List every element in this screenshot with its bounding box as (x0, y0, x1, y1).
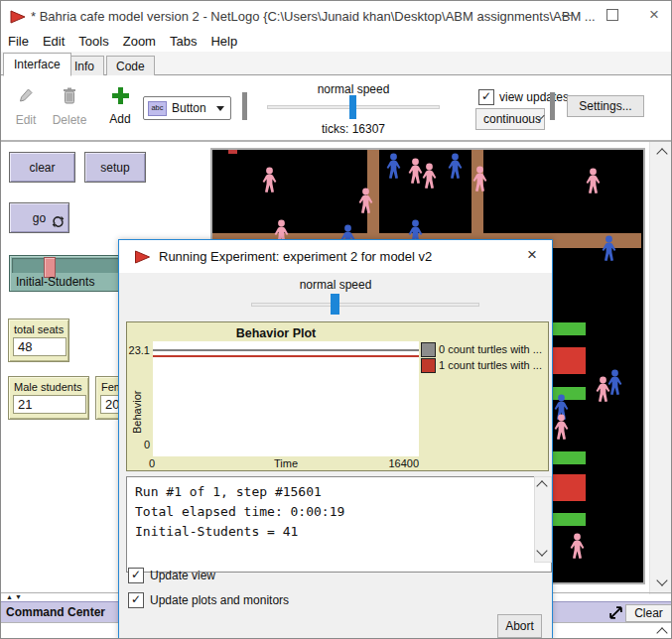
delete-label: Delete (51, 113, 88, 127)
plot-line (153, 355, 419, 357)
menu-tabs[interactable]: Tabs (163, 34, 203, 49)
monitor-value: 48 (13, 337, 67, 356)
button-widget-icon: abc (148, 101, 167, 116)
command-center-title: Command Center (6, 605, 105, 619)
view-updates-label: view updates (499, 90, 569, 104)
widget-type-select[interactable]: abc Button (143, 96, 231, 120)
legend-entry-1: 1 count turtles with ... (439, 359, 542, 371)
monitor-male-students: Male students 21 (8, 376, 89, 420)
plot-title: Behavior Plot (127, 326, 425, 340)
view-updates-row: view updates (478, 89, 569, 105)
resize-diagonal-icon[interactable] (608, 605, 623, 620)
dialog-speed-label: normal speed (271, 278, 400, 292)
update-mode-select[interactable]: continuous (475, 108, 545, 130)
dialog-close-icon[interactable]: × (520, 245, 544, 265)
dialog-title-bar[interactable]: Running Experiment: experiment 2 for mod… (119, 240, 552, 273)
speed-slider-label: normal speed (299, 82, 408, 96)
scroll-up-icon[interactable] (656, 148, 667, 159)
edit-button[interactable]: Edit (9, 86, 43, 127)
command-center-clear-button[interactable]: Clear (625, 604, 672, 622)
menu-help[interactable]: Help (203, 34, 244, 49)
add-button[interactable]: Add (102, 86, 138, 126)
y-axis-max-label: 23.1 (127, 344, 150, 356)
tab-interface[interactable]: Interface (3, 53, 71, 76)
scroll-down-icon[interactable] (656, 575, 667, 585)
scroll-up-icon[interactable] (656, 627, 667, 638)
person-pink (553, 414, 570, 441)
pencil-icon (17, 86, 35, 106)
trash-icon (62, 86, 77, 106)
output-line: Total elapsed time: 0:00:19 (135, 502, 543, 522)
clear-button[interactable]: clear (9, 152, 75, 183)
speed-slider-thumb[interactable] (349, 95, 356, 119)
person-pink (421, 163, 438, 190)
run-output[interactable]: Run #1 of 1, step #15601 Total elapsed t… (126, 476, 552, 573)
monitor-label: total seats (14, 323, 64, 335)
update-plots-row: Update plots and monitors (128, 592, 289, 608)
legend-swatch-red (421, 358, 436, 373)
go-label: go (33, 211, 46, 225)
minimize-icon[interactable] (562, 15, 574, 16)
menu-bar: File Edit Tools Zoom Tabs Help (1, 31, 672, 52)
go-button[interactable]: go (9, 202, 69, 233)
update-view-checkbox[interactable] (128, 568, 144, 583)
output-scrollbar[interactable] (534, 476, 552, 563)
person-pink (357, 188, 374, 214)
forever-loop-icon (52, 215, 65, 228)
update-view-row: Update view (128, 568, 215, 583)
menu-tools[interactable]: Tools (71, 34, 115, 49)
behavior-plot: Behavior Plot 23.1 0 Behavior 0 Time 164… (126, 321, 549, 471)
setup-button[interactable]: setup (84, 152, 146, 183)
person-blue (601, 235, 617, 262)
person-pink (569, 533, 586, 560)
toolbar-separator-2 (550, 92, 555, 120)
update-mode-value: continuous (483, 112, 541, 126)
monitor-label: Male students (14, 381, 81, 393)
person-blue (447, 153, 464, 180)
dialog-speed-track[interactable] (251, 303, 479, 307)
menu-file[interactable]: File (1, 34, 36, 49)
menu-edit[interactable]: Edit (36, 34, 71, 49)
dialog-speed-thumb[interactable] (331, 294, 339, 315)
person-blue (385, 153, 402, 180)
menu-zoom[interactable]: Zoom (116, 34, 163, 49)
maximize-icon[interactable] (606, 9, 618, 21)
plot-area (153, 341, 419, 456)
interface-toolbar: Edit Delete Add abc Button normal speed … (1, 75, 672, 141)
widget-type-value: Button (172, 101, 216, 115)
settings-button[interactable]: Settings... (567, 95, 644, 117)
person-pink (585, 168, 602, 194)
monitor-total-seats: total seats 48 (8, 319, 69, 362)
output-line: Initial-Students = 41 (135, 522, 543, 542)
slider-track[interactable] (12, 258, 125, 273)
turtle-fragment (228, 150, 237, 154)
x-axis-max-label: 16400 (153, 457, 419, 469)
dialog-title: Running Experiment: experiment 2 for mod… (159, 249, 432, 264)
legend-entry-0: 0 count turtles with ... (439, 343, 542, 355)
y-axis-title: Behavior (131, 370, 143, 434)
plot-line (153, 349, 419, 351)
netlogo-flag-icon (9, 8, 27, 26)
scroll-up-icon[interactable] (536, 480, 547, 491)
netlogo-window: * Bahria cafe model version 2 - NetLogo … (0, 0, 672, 639)
delete-button[interactable]: Delete (51, 86, 88, 127)
update-plots-label: Update plots and monitors (150, 593, 289, 607)
person-pink (471, 166, 488, 192)
tab-code[interactable]: Code (106, 56, 155, 77)
title-bar[interactable]: * Bahria cafe model version 2 - NetLogo … (1, 1, 672, 31)
window-title: * Bahria cafe model version 2 - NetLogo … (31, 9, 596, 24)
abort-button[interactable]: Abort (497, 614, 542, 638)
toolbar-separator (242, 92, 247, 120)
vertical-scrollbar[interactable] (649, 142, 672, 594)
dropdown-arrow-icon (216, 106, 224, 111)
person-pink (261, 167, 278, 193)
view-updates-checkbox[interactable] (478, 89, 494, 105)
close-icon[interactable]: × (649, 5, 659, 25)
monitor-value: 21 (13, 395, 86, 414)
running-experiment-dialog: Running Experiment: experiment 2 for mod… (118, 239, 553, 639)
plus-icon (111, 86, 130, 105)
splitter-arrows-icon[interactable]: ▲▼ (6, 593, 24, 600)
update-plots-checkbox[interactable] (128, 592, 144, 608)
scroll-down-icon[interactable] (536, 545, 547, 556)
initial-students-slider[interactable]: Initial-Students (9, 255, 128, 292)
